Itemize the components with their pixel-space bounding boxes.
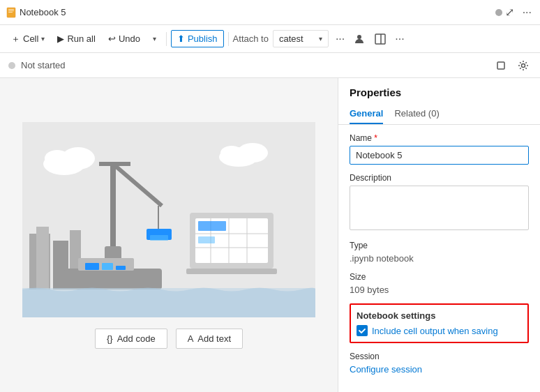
session-label: Session	[350, 352, 529, 361]
size-field-group: Size 109 bytes	[350, 272, 529, 295]
svg-rect-39	[85, 263, 99, 270]
description-label: Description	[350, 173, 529, 183]
description-field-group: Description	[350, 173, 529, 232]
add-text-button[interactable]: A Add text	[176, 329, 243, 349]
expand-button[interactable]: ⤢	[502, 3, 517, 22]
panel-title: Properties	[350, 86, 401, 98]
attach-to-value: catest	[279, 33, 303, 44]
unsaved-indicator	[495, 9, 502, 16]
title-bar-actions: ⤢ ···	[502, 3, 534, 22]
svg-rect-3	[8, 12, 13, 13]
settings-icon	[518, 60, 529, 71]
svg-rect-26	[150, 235, 168, 241]
settings-box-title: Notebook settings	[357, 310, 522, 321]
attach-dropdown-icon: ▾	[319, 35, 322, 43]
more-right-button[interactable]: ···	[392, 30, 407, 48]
title-bar: Notebook 5 ⤢ ···	[0, 0, 540, 25]
svg-rect-41	[116, 266, 126, 270]
svg-rect-37	[64, 269, 162, 289]
tab-general[interactable]: General	[350, 104, 383, 124]
plus-icon: ＋	[11, 33, 20, 45]
status-text: Not started	[21, 60, 493, 70]
name-input[interactable]	[350, 146, 529, 165]
svg-rect-17	[36, 227, 49, 289]
notebook-title: Notebook 5	[20, 7, 490, 17]
svg-rect-34	[198, 221, 226, 231]
notebook-preview	[22, 122, 315, 317]
type-label: Type	[350, 241, 529, 250]
add-text-label: Add text	[197, 333, 231, 344]
cell-dropdown-icon: ▾	[41, 35, 45, 43]
toolbar-separator-1	[166, 32, 167, 46]
svg-point-4	[357, 35, 361, 39]
undo-dropdown-icon: ▾	[153, 35, 156, 43]
svg-rect-1	[8, 9, 14, 10]
type-value: .ipynb notebook	[350, 253, 529, 264]
panel-body: Name * Description Type .ipynb notebook …	[338, 125, 540, 383]
include-cell-output-checkbox[interactable]	[357, 325, 368, 336]
more-title-button[interactable]: ···	[520, 3, 534, 22]
status-actions	[493, 57, 532, 74]
include-cell-output-label[interactable]: Include cell output when saving	[372, 326, 498, 336]
svg-point-8	[522, 63, 525, 67]
checkmark-icon	[358, 326, 366, 335]
undo-dropdown-button[interactable]: ▾	[147, 32, 162, 45]
undo-label: Undo	[119, 33, 140, 44]
notebook-settings-box: Notebook settings Include cell output wh…	[350, 303, 529, 343]
run-icon: ▶	[57, 33, 64, 44]
toolbar: ＋ Cell ▾ ▶ Run all ↩ Undo ▾ ⬆ Publish At…	[0, 25, 540, 53]
stop-icon	[495, 60, 507, 71]
include-cell-output-row: Include cell output when saving	[357, 325, 522, 336]
canvas-area: {} Add code A Add text	[0, 78, 338, 392]
type-field-group: Type .ipynb notebook	[350, 241, 529, 264]
tab-related[interactable]: Related (0)	[394, 104, 439, 124]
svg-rect-40	[102, 263, 113, 270]
publish-button[interactable]: ⬆ Publish	[171, 30, 224, 47]
add-code-label: Add code	[117, 333, 156, 344]
session-field-group: Session Configure session	[350, 352, 529, 375]
main-content: {} Add code A Add text Properties Genera…	[0, 78, 540, 392]
text-icon: A	[188, 333, 194, 344]
svg-rect-36	[186, 269, 277, 274]
publish-icon: ⬆	[177, 33, 185, 44]
user-icon	[353, 33, 366, 45]
svg-rect-5	[375, 34, 385, 44]
undo-button[interactable]: ↩ Undo	[103, 31, 146, 47]
undo-icon: ↩	[108, 33, 116, 44]
layout-icon	[374, 33, 387, 45]
status-action-2[interactable]	[515, 57, 532, 74]
more-toolbar-button[interactable]: ···	[333, 30, 347, 48]
status-action-1[interactable]	[493, 57, 509, 74]
svg-point-15	[220, 146, 243, 160]
attach-to-label: Attach to	[233, 33, 269, 44]
panel-header: Properties	[338, 78, 540, 98]
cell-button[interactable]: ＋ Cell ▾	[6, 30, 50, 48]
status-dot	[8, 62, 15, 69]
required-indicator: *	[374, 133, 377, 143]
notebook-icon	[6, 7, 17, 18]
description-input[interactable]	[350, 186, 529, 230]
add-code-button[interactable]: {} Add code	[95, 329, 167, 349]
svg-rect-35	[198, 236, 215, 243]
illustration-svg	[22, 122, 315, 317]
properties-panel: Properties General Related (0) Name * De…	[338, 78, 540, 392]
attach-to-dropdown[interactable]: catest ▾	[273, 30, 329, 47]
toolbar-separator-2	[228, 32, 229, 46]
run-all-button[interactable]: ▶ Run all	[52, 31, 100, 47]
name-field-group: Name *	[350, 133, 529, 165]
toolbar-right-actions: ··· ···	[333, 30, 407, 48]
user-icon-button[interactable]	[350, 30, 368, 48]
cell-label: Cell	[23, 33, 38, 44]
status-bar: Not started	[0, 53, 540, 78]
layout-icon-button[interactable]	[371, 30, 389, 48]
publish-label: Publish	[188, 33, 218, 44]
code-icon: {}	[107, 333, 113, 344]
run-all-label: Run all	[67, 33, 95, 44]
svg-point-12	[45, 150, 70, 167]
configure-session-link[interactable]: Configure session	[350, 364, 422, 375]
name-label: Name *	[350, 133, 529, 143]
panel-tabs: General Related (0)	[338, 98, 540, 125]
size-label: Size	[350, 272, 529, 282]
svg-rect-7	[497, 62, 504, 69]
size-value: 109 bytes	[350, 285, 529, 295]
